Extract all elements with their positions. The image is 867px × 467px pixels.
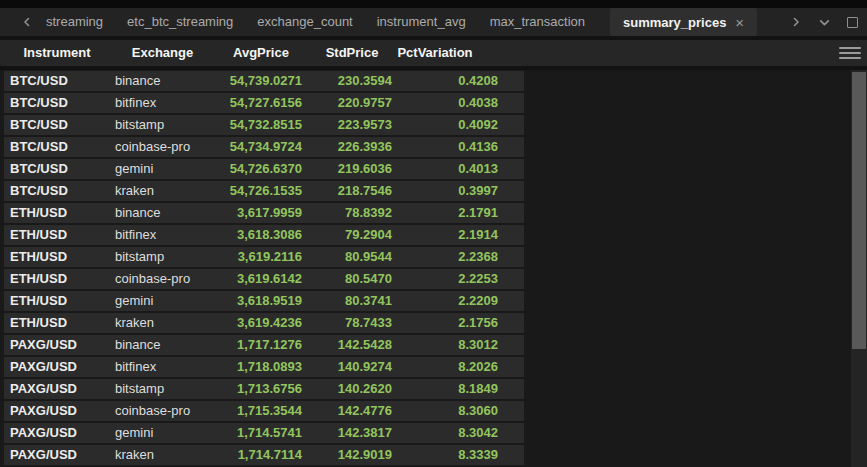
tab-summary-prices[interactable]: summary_prices × — [610, 8, 757, 36]
cell-avgprice: 1,717.1276 — [215, 335, 307, 355]
table-row[interactable]: ETH/USD kraken 3,619.4236 78.7433 2.1756 — [4, 313, 524, 333]
column-header-stdprice[interactable]: StdPrice — [307, 40, 397, 66]
table-row[interactable]: BTC/USD bitstamp 54,732.8515 223.9573 0.… — [4, 115, 524, 135]
cell-stdprice: 230.3594 — [307, 71, 397, 91]
cell-avgprice: 3,617.9959 — [215, 203, 307, 223]
table-row[interactable]: ETH/USD bitstamp 3,619.2116 80.9544 2.23… — [4, 247, 524, 267]
cell-pctvariation: 0.4136 — [397, 137, 513, 157]
close-icon[interactable]: × — [735, 15, 744, 30]
cell-exchange: coinbase-pro — [110, 137, 215, 157]
cell-exchange: kraken — [110, 445, 215, 465]
cell-stdprice: 226.3936 — [307, 137, 397, 157]
table-row[interactable]: BTC/USD coinbase-pro 54,734.9724 226.393… — [4, 137, 524, 157]
cell-exchange: gemini — [110, 423, 215, 443]
menu-button[interactable] — [839, 47, 861, 59]
table-row[interactable]: PAXG/USD binance 1,717.1276 142.5428 8.3… — [4, 335, 524, 355]
cell-exchange: gemini — [110, 159, 215, 179]
cell-instrument: PAXG/USD — [4, 357, 110, 377]
tab-instrument-avg[interactable]: instrument_avg — [365, 8, 478, 36]
cell-avgprice: 1,714.5741 — [215, 423, 307, 443]
table-header-band: Instrument Exchange AvgPrice StdPrice Pc… — [0, 36, 867, 70]
cell-instrument: BTC/USD — [4, 93, 110, 113]
tab-exchange-count[interactable]: exchange_count — [245, 8, 364, 36]
table-row[interactable]: PAXG/USD coinbase-pro 1,715.3544 142.477… — [4, 401, 524, 421]
table-row[interactable]: ETH/USD gemini 3,618.9519 80.3741 2.2209 — [4, 291, 524, 311]
cell-stdprice: 142.3817 — [307, 423, 397, 443]
chevron-down-icon — [818, 16, 831, 29]
cell-avgprice: 54,739.0271 — [215, 71, 307, 91]
hamburger-icon — [839, 47, 861, 49]
cell-avgprice: 3,618.9519 — [215, 291, 307, 311]
cell-pctvariation: 2.2253 — [397, 269, 513, 289]
table-row[interactable]: BTC/USD binance 54,739.0271 230.3594 0.4… — [4, 71, 524, 91]
cell-instrument: PAXG/USD — [4, 379, 110, 399]
cell-exchange: bitfinex — [110, 93, 215, 113]
tab-list-dropdown-button[interactable] — [817, 15, 831, 29]
cell-pctvariation: 8.3060 — [397, 401, 513, 421]
cell-stdprice: 140.2620 — [307, 379, 397, 399]
cell-pctvariation: 8.3339 — [397, 445, 513, 465]
cell-instrument: ETH/USD — [4, 225, 110, 245]
column-header-pctvariation[interactable]: PctVariation — [397, 40, 513, 66]
cell-exchange: binance — [110, 203, 215, 223]
tab-streaming[interactable]: streaming — [34, 8, 115, 36]
window-top-strip — [0, 0, 867, 8]
cell-exchange: coinbase-pro — [110, 401, 215, 421]
cell-stdprice: 78.8392 — [307, 203, 397, 223]
table-body: BTC/USD binance 54,739.0271 230.3594 0.4… — [0, 70, 867, 467]
maximize-button[interactable] — [845, 15, 859, 29]
cell-instrument: ETH/USD — [4, 247, 110, 267]
table-row[interactable]: ETH/USD binance 3,617.9959 78.8392 2.179… — [4, 203, 524, 223]
cell-instrument: BTC/USD — [4, 159, 110, 179]
table-row[interactable]: PAXG/USD bitfinex 1,718.0893 140.9274 8.… — [4, 357, 524, 377]
cell-pctvariation: 2.1791 — [397, 203, 513, 223]
cell-instrument: ETH/USD — [4, 269, 110, 289]
table-row[interactable]: BTC/USD kraken 54,726.1535 218.7546 0.39… — [4, 181, 524, 201]
table-row[interactable]: ETH/USD coinbase-pro 3,619.6142 80.5470 … — [4, 269, 524, 289]
cell-exchange: binance — [110, 71, 215, 91]
cell-stdprice: 223.9573 — [307, 115, 397, 135]
cell-avgprice: 54,727.6156 — [215, 93, 307, 113]
column-header-exchange[interactable]: Exchange — [110, 40, 215, 66]
cell-pctvariation: 2.1914 — [397, 225, 513, 245]
table-header-row: Instrument Exchange AvgPrice StdPrice Pc… — [0, 40, 867, 66]
cell-instrument: BTC/USD — [4, 181, 110, 201]
cell-instrument: PAXG/USD — [4, 401, 110, 421]
tab-etc-btc-streaming[interactable]: etc_btc_streaming — [115, 8, 245, 36]
cell-exchange: binance — [110, 335, 215, 355]
cell-instrument: ETH/USD — [4, 203, 110, 223]
table-row[interactable]: PAXG/USD bitstamp 1,713.6756 140.2620 8.… — [4, 379, 524, 399]
cell-stdprice: 80.5470 — [307, 269, 397, 289]
cell-avgprice: 1,718.0893 — [215, 357, 307, 377]
table-row[interactable]: PAXG/USD kraken 1,714.7114 142.9019 8.33… — [4, 445, 524, 465]
scrollbar-track[interactable] — [851, 70, 867, 467]
table-row[interactable]: BTC/USD bitfinex 54,727.6156 220.9757 0.… — [4, 93, 524, 113]
chevron-right-icon — [790, 16, 802, 28]
table-row[interactable]: ETH/USD bitfinex 3,618.3086 79.2904 2.19… — [4, 225, 524, 245]
cell-pctvariation: 2.2368 — [397, 247, 513, 267]
cell-instrument: PAXG/USD — [4, 335, 110, 355]
table-row[interactable]: BTC/USD gemini 54,726.6370 219.6036 0.40… — [4, 159, 524, 179]
column-header-instrument[interactable]: Instrument — [4, 40, 110, 66]
cell-pctvariation: 0.4208 — [397, 71, 513, 91]
table-row[interactable]: PAXG/USD gemini 1,714.5741 142.3817 8.30… — [4, 423, 524, 443]
cell-instrument: ETH/USD — [4, 291, 110, 311]
cell-avgprice: 54,732.8515 — [215, 115, 307, 135]
tabs-scroll-left-button[interactable] — [20, 15, 34, 29]
cell-instrument: BTC/USD — [4, 115, 110, 135]
cell-pctvariation: 0.4013 — [397, 159, 513, 179]
cell-avgprice: 1,713.6756 — [215, 379, 307, 399]
cell-exchange: bitfinex — [110, 357, 215, 377]
cell-avgprice: 54,726.6370 — [215, 159, 307, 179]
cell-exchange: kraken — [110, 313, 215, 333]
scrollbar-thumb[interactable] — [852, 72, 866, 349]
cell-pctvariation: 0.4092 — [397, 115, 513, 135]
tabs-scroll-right-button[interactable] — [789, 15, 803, 29]
column-header-avgprice[interactable]: AvgPrice — [215, 40, 307, 66]
cell-stdprice: 142.9019 — [307, 445, 397, 465]
cell-stdprice: 219.6036 — [307, 159, 397, 179]
tab-max-transaction[interactable]: max_transaction — [478, 8, 597, 36]
cell-avgprice: 1,715.3544 — [215, 401, 307, 421]
cell-pctvariation: 0.3997 — [397, 181, 513, 201]
cell-pctvariation: 0.4038 — [397, 93, 513, 113]
